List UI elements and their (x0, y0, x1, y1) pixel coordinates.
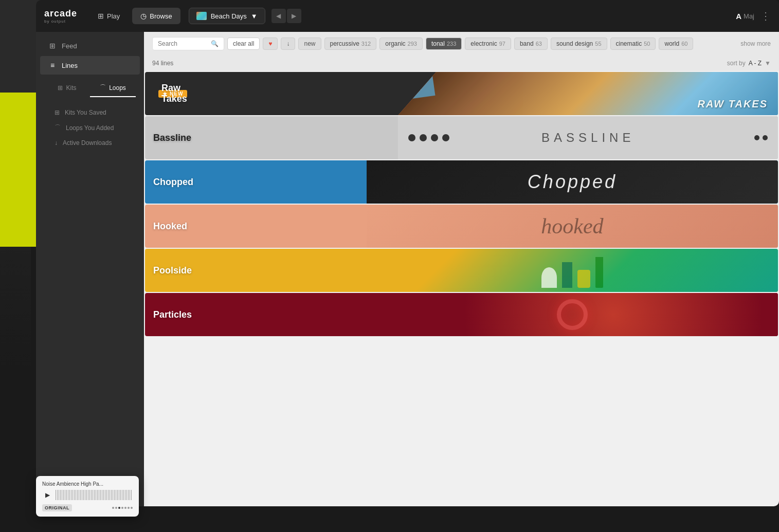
bassline-dot (442, 134, 449, 141)
filter-world[interactable]: world 60 (659, 38, 693, 50)
speed-dot (128, 507, 130, 509)
chopped-artwork: Chopped (367, 160, 778, 204)
browse-panel: 🔍 clear all ♥ ↓ new percussive 312 (144, 32, 779, 506)
chopped-text-art: Chopped (528, 171, 617, 193)
line-item-chopped[interactable]: Chopped Chopped (145, 160, 778, 204)
filter-organic[interactable]: organic 293 (379, 38, 423, 50)
poolside-title: Poolside (153, 265, 192, 276)
loops-added-label: Loops You Added (66, 124, 114, 132)
organic-label: organic (385, 40, 405, 47)
hooked-artwork: hooked (367, 205, 778, 248)
key-letter: A (736, 12, 741, 21)
app-subtitle: by output (44, 19, 77, 24)
key-scale: Maj (744, 12, 754, 20)
filter-download[interactable]: ↓ (281, 38, 295, 50)
sidebar-loops-added[interactable]: ⌒ Loops You Added (36, 120, 144, 136)
player-play-button[interactable]: ▶ (42, 490, 52, 500)
bassline-dot (420, 134, 427, 141)
search-icon: 🔍 (211, 40, 219, 47)
bg-element-yellow (0, 93, 41, 247)
speed-dot (115, 507, 117, 509)
browse-button[interactable]: ◷ Browse (132, 8, 180, 24)
player-track-title: Noise Ambience High Pa... (42, 481, 133, 487)
piano-icon: ⊞ (98, 12, 104, 20)
speed-dot-active (118, 507, 120, 509)
loops-added-icon: ⌒ (55, 123, 61, 132)
show-more-button[interactable]: show more (740, 40, 771, 47)
sidebar-kits-saved[interactable]: ⊞ Kits You Saved (36, 105, 144, 120)
filter-sound-design[interactable]: sound design 55 (551, 38, 607, 50)
play-button[interactable]: ⊞ Play (89, 8, 128, 24)
bassline-dot (408, 134, 415, 141)
sort-control[interactable]: sort by A - Z ▼ (727, 60, 771, 67)
filter-tonal[interactable]: tonal 233 (426, 38, 462, 50)
particles-ring (557, 299, 588, 330)
key-display: A Maj (736, 12, 754, 21)
tab-loops[interactable]: ⌒ Loops (90, 79, 136, 97)
speed-slider[interactable] (112, 507, 133, 509)
filter-heart[interactable]: ♥ (263, 38, 278, 50)
filter-band[interactable]: band 63 (514, 38, 548, 50)
band-count: 63 (536, 41, 542, 47)
loops-icon: ⌒ (100, 83, 106, 92)
playlist-icon (196, 12, 207, 20)
playlist-dropdown-icon: ▼ (251, 12, 258, 20)
search-input[interactable] (158, 40, 208, 47)
line-item-poolside[interactable]: Poolside (145, 249, 778, 292)
tab-kits[interactable]: ⊞ Kits (44, 79, 90, 97)
loops-label: Loops (109, 84, 126, 91)
sidebar-item-lines[interactable]: ≡ Lines (40, 56, 140, 75)
line-item-bassline[interactable]: Bassline BASSLINE (145, 116, 778, 159)
speed-dot (112, 507, 114, 509)
feed-icon: ⊞ (48, 42, 57, 50)
filter-cinematic[interactable]: cinematic 50 (610, 38, 656, 50)
cinematic-label: cinematic (616, 40, 642, 47)
raw-takes-title: Raw Takes (161, 83, 187, 104)
filter-clear[interactable]: clear all (227, 38, 260, 50)
sidebar-item-feed[interactable]: ⊞ Feed (40, 36, 140, 55)
bg-element-dark (0, 0, 41, 93)
poolside-artwork (367, 249, 778, 292)
browse-label: Browse (150, 12, 172, 20)
bassline-text-art: BASSLINE (541, 131, 635, 145)
sort-label: sort by (727, 60, 746, 67)
line-item-hooked[interactable]: Hooked hooked (145, 205, 778, 248)
playlist-selector[interactable]: Beach Days ▼ (189, 8, 265, 24)
tonal-count: 233 (447, 41, 456, 47)
world-count: 60 (681, 41, 687, 47)
sidebar-tabs: ⊞ Kits ⌒ Loops (44, 79, 136, 97)
hooked-text-art: hooked (541, 214, 603, 239)
original-badge: ORIGINAL (42, 504, 72, 511)
lines-header: 94 lines sort by A - Z ▼ (144, 56, 779, 71)
logo: arcade by output (44, 8, 77, 24)
sound-design-count: 55 (595, 41, 601, 47)
sidebar-feed-label: Feed (62, 42, 77, 50)
more-options-button[interactable]: ⋮ (760, 10, 771, 22)
search-box: 🔍 (152, 37, 224, 50)
lines-icon: ≡ (48, 61, 57, 69)
kits-label: Kits (66, 84, 76, 91)
sidebar-active-downloads[interactable]: ↓ Active Downloads (36, 136, 144, 150)
content-area: ⊞ Feed ≡ Lines ⊞ Kits ⌒ Loops ⊞ (36, 32, 779, 506)
kits-saved-label: Kits You Saved (65, 109, 106, 116)
nav-next-button[interactable]: ▶ (287, 9, 301, 23)
cinematic-count: 50 (644, 41, 650, 47)
new-chip-label: new (304, 40, 315, 47)
filter-percussive[interactable]: percussive 312 (324, 38, 377, 50)
line-item-raw-takes[interactable]: Raw Takes ★ NEW A RAW TAKES (145, 72, 778, 115)
bassline-title: Bassline (153, 133, 191, 143)
percussive-count: 312 (361, 41, 371, 47)
band-label: band (520, 40, 534, 47)
app-title: arcade (44, 8, 77, 19)
line-item-particles[interactable]: Particles (145, 293, 778, 336)
kits-icon: ⊞ (58, 84, 63, 91)
bottom-player: Noise Ambience High Pa... ▶ ORIGINAL (36, 476, 139, 517)
filter-new[interactable]: new (298, 38, 321, 50)
sort-chevron-icon: ▼ (765, 60, 771, 67)
nav-prev-button[interactable]: ◀ (271, 9, 286, 23)
filter-electronic[interactable]: electronic 97 (465, 38, 511, 50)
download-icon: ↓ (286, 40, 289, 47)
top-bar: arcade by output ⊞ Play ◷ Browse Beach D… (36, 0, 779, 32)
particles-title: Particles (153, 309, 192, 320)
downloads-icon: ↓ (55, 139, 58, 146)
